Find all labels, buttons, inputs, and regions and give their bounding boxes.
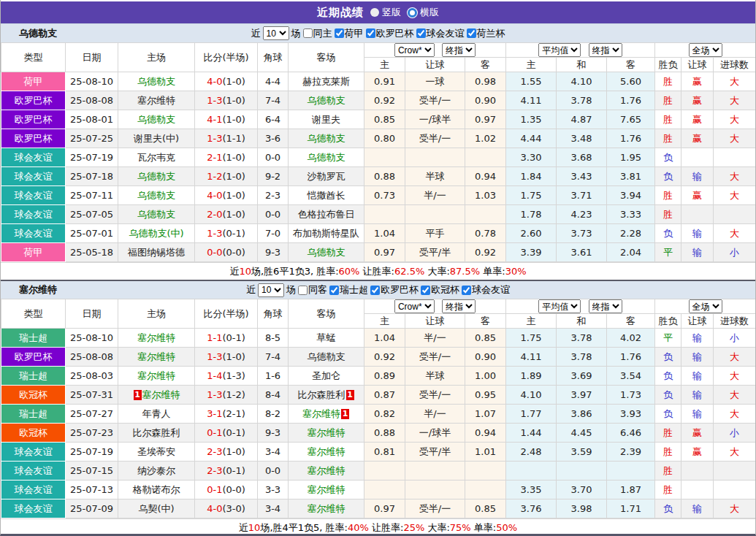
corner-count: 0-0 (258, 205, 289, 224)
league-badge: 球会友谊 (1, 481, 66, 499)
score-cell: 4-0(1-0) (195, 186, 258, 205)
league-filter-swiss-super[interactable]: 瑞士超 (329, 283, 368, 296)
match-row: 欧罗巴杯 25-07-25 谢里夫(中) 1-3(1-1) 3-6 乌德勒支 0… (1, 129, 756, 148)
filter-controls: 近 10 场 同客 瑞士超 欧罗巴杯 欧冠杯 球会友谊 (246, 283, 510, 297)
fulltime-score: 2-1 (207, 152, 222, 163)
avg-away: 1.87 (607, 481, 655, 499)
odds-away: 0.94 (465, 424, 506, 443)
league-checkbox[interactable] (370, 286, 380, 295)
match-row: 球会友谊 25-07-19 圣埃蒂安 2-3(1-0) 3-4 塞尔维特 0.8… (1, 443, 756, 462)
summary-label: 让胜率: (359, 266, 394, 277)
summary-label: 场,胜6平1负3, 胜率: (251, 266, 339, 277)
league-filter-champions[interactable]: 欧冠杯 (421, 283, 459, 296)
league-checkbox[interactable] (421, 286, 430, 295)
same-away-checkbox[interactable] (298, 286, 308, 295)
league-filter-friendly[interactable]: 球会友谊 (462, 283, 510, 296)
league-checkbox[interactable] (366, 28, 375, 38)
halftime-score: (1-0) (222, 95, 245, 106)
odds-provider-select[interactable]: Crow* (394, 299, 435, 313)
filter-bar: 乌德勒支 近 10 场 同主 荷甲 欧罗巴杯 球会友谊 荷兰杯 (1, 23, 755, 42)
odds-home: 0.81 (364, 443, 405, 462)
matches-table: 类型 日期 主场 比分(半场) 角球 客场 Crow* 终指 平均值 终指 (1, 299, 756, 518)
same-home-filter[interactable]: 同主 (303, 27, 332, 40)
result-winloss: 胜 (655, 443, 681, 462)
odds-group-header: Crow* 终指 (364, 299, 506, 314)
odds-away: 1.02 (465, 129, 506, 148)
away-team-cell: 布加勒斯特星队 (289, 224, 364, 243)
odds-stage-select[interactable]: 终指 (442, 43, 476, 57)
match-row: 球会友谊 25-07-13 格勒诺布尔 0-1(0-0) 3-3 塞尔维特 3.… (1, 481, 756, 499)
avg-source-select[interactable]: 平均值 (538, 43, 581, 57)
avg-draw: 3.97 (557, 386, 607, 405)
col-result-winloss: 胜负 (655, 314, 681, 329)
league-checkbox[interactable] (329, 286, 339, 295)
col-avg-draw: 和 (557, 58, 607, 72)
odds-stage-select[interactable]: 终指 (442, 299, 476, 313)
summary-label: 单率: (480, 266, 505, 277)
odds-handicap (405, 205, 465, 224)
odds-home (364, 462, 405, 481)
corner-count: 9-3 (258, 424, 289, 443)
avg-away: 2.04 (607, 243, 655, 262)
odds-handicap: 受平/半 (405, 443, 465, 462)
horizontal-layout-radio[interactable]: 横版 (408, 6, 439, 19)
halftime-score: (0-0) (222, 484, 245, 495)
league-filter-europa[interactable]: 欧罗巴杯 (366, 27, 414, 40)
radio-selected-icon[interactable] (370, 8, 379, 17)
avg-stage-select[interactable]: 终指 (589, 43, 622, 57)
league-filter-eredivisie[interactable]: 荷甲 (335, 27, 364, 40)
home-team-name: 乌德勒支 (137, 209, 175, 220)
league-checkbox[interactable] (335, 28, 344, 38)
match-count-select[interactable]: 10 (258, 283, 284, 297)
summary-label: 场,胜4平1负5, 胜率: (260, 522, 348, 533)
home-team-name: 塞尔维特 (137, 332, 175, 343)
avg-draw: 3.59 (557, 443, 607, 462)
odds-away: 0.98 (465, 72, 506, 91)
corner-count: 9-2 (258, 167, 289, 186)
league-filter-friendly[interactable]: 球会友谊 (416, 27, 465, 40)
score-cell: 2-3(0-1) (195, 462, 258, 481)
score-cell: 0-1(0-0) (195, 481, 258, 499)
fulltime-score: 1-2 (207, 171, 222, 182)
corner-count: 9-3 (258, 243, 289, 262)
avg-home: 4.11 (506, 91, 557, 110)
score-cell: 1-3(0-1) (195, 224, 258, 243)
result-winloss: 胜 (655, 186, 681, 205)
odds-away: 1.00 (465, 367, 506, 386)
away-team-cell: 乌德勒支 (289, 129, 364, 148)
games-label: 场 (286, 283, 296, 296)
league-checkbox[interactable] (467, 28, 476, 38)
avg-stage-select[interactable]: 终指 (589, 299, 622, 313)
avg-draw (557, 462, 607, 481)
league-badge: 欧罗巴杯 (1, 129, 66, 148)
league-checkbox[interactable] (416, 28, 426, 38)
fulltime-score: 0-1 (207, 427, 222, 438)
result-winloss: 平 (655, 243, 681, 262)
fulltime-score: 0-1 (207, 484, 222, 495)
result-handicap: 赢 (681, 424, 714, 443)
league-filter-europa[interactable]: 欧罗巴杯 (370, 283, 419, 296)
odds-home: 1.04 (364, 329, 405, 348)
radio-unselected-icon[interactable] (408, 8, 417, 18)
odds-away: 0.92 (465, 243, 506, 262)
scope-select[interactable]: 全场 (689, 299, 722, 313)
vertical-layout-radio[interactable]: 竖版 (370, 6, 401, 19)
corner-count: 2-3 (258, 186, 289, 205)
same-away-filter[interactable]: 同客 (298, 283, 327, 296)
halftime-score: (3-0) (222, 503, 245, 514)
scope-select[interactable]: 全场 (689, 43, 722, 57)
league-filter-knvb-cup[interactable]: 荷兰杯 (467, 27, 505, 40)
corner-count: 4-4 (258, 72, 289, 91)
score-cell: 0-1(0-1) (195, 424, 258, 443)
league-checkbox[interactable] (462, 286, 471, 295)
odds-provider-select[interactable]: Crow* (394, 43, 435, 57)
score-cell: 1-4(1-3) (195, 367, 258, 386)
avg-home: 1.75 (506, 329, 557, 348)
avg-home: 1.84 (506, 167, 557, 186)
avg-source-select[interactable]: 平均值 (538, 299, 581, 313)
match-count-select[interactable]: 10 (263, 26, 289, 40)
score-cell: 0-0(0-0) (195, 243, 258, 262)
away-team-name: 布加勒斯特星队 (293, 228, 359, 239)
result-handicap: 输 (681, 224, 714, 243)
same-home-checkbox[interactable] (303, 28, 313, 38)
